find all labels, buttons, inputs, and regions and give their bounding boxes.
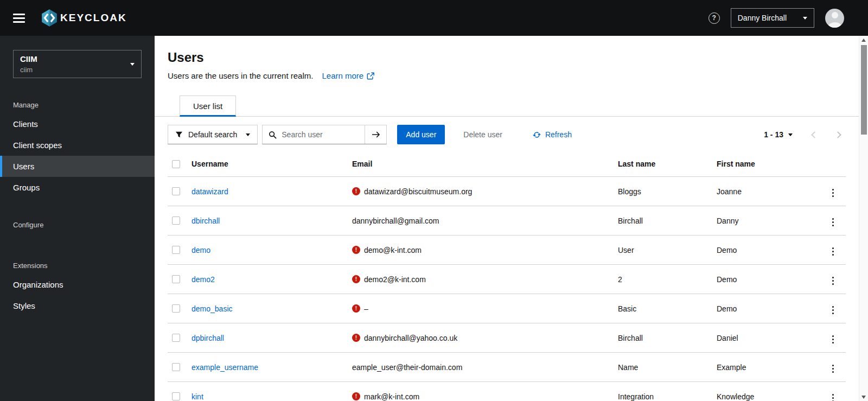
main-content: Users Users are the users in the current… — [155, 36, 859, 401]
sidebar: CIIM ciim Manage Clients Client scopes U… — [0, 36, 155, 401]
last-name-cell: Bloggs — [614, 177, 712, 206]
username-link[interactable]: dpbirchall — [192, 334, 224, 342]
app-root: KEYCLOAK ? Danny Birchall CIIM ciim Mana… — [0, 0, 868, 401]
scrollbar-thumb[interactable] — [861, 45, 867, 135]
kebab-menu-button[interactable] — [830, 392, 837, 401]
kebab-menu-button[interactable] — [830, 245, 837, 258]
nav-toggle-hamburger-icon[interactable] — [13, 14, 25, 23]
sidebar-item-styles[interactable]: Styles — [0, 295, 155, 316]
sidebar-item-users[interactable]: Users — [0, 156, 155, 177]
username-link[interactable]: example_username — [192, 363, 258, 372]
username-link[interactable]: kint — [192, 392, 203, 401]
email-text: dannybirchall@yahoo.co.uk — [364, 334, 457, 342]
first-name-cell: Daniel — [712, 323, 815, 353]
first-name-cell: Knowledge — [712, 382, 815, 401]
search-submit-button[interactable] — [365, 125, 386, 144]
users-table-wrap: Username Email Last name First name data… — [155, 151, 859, 401]
email-warning-icon: ! — [352, 334, 360, 342]
learn-more-link[interactable]: Learn more — [322, 71, 374, 80]
external-link-icon — [367, 72, 374, 80]
delete-user-button[interactable]: Delete user — [455, 125, 511, 144]
users-table: Username Email Last name First name data… — [168, 151, 846, 401]
refresh-button[interactable]: Refresh — [533, 130, 572, 139]
realm-switcher[interactable]: CIIM ciim — [13, 50, 142, 78]
kebab-menu-button[interactable] — [830, 275, 837, 288]
kebab-menu-button[interactable] — [830, 333, 837, 346]
nav-section-manage: Manage — [0, 97, 155, 113]
last-name-cell: Birchall — [614, 323, 712, 353]
email-cell: ! – — [352, 304, 609, 313]
pagination-range-label: 1 - 13 — [764, 130, 783, 139]
column-header-username: Username — [187, 151, 348, 177]
search-type-label: Default search — [188, 130, 237, 139]
email-cell: ! dannybirchall@yahoo.co.uk — [352, 334, 609, 342]
search-type-dropdown[interactable]: Default search — [168, 125, 258, 144]
first-name-cell: Demo — [712, 294, 815, 323]
user-menu-label: Danny Birchall — [738, 14, 787, 22]
page-description-row: Users are the users in the current realm… — [168, 71, 846, 80]
select-all-checkbox[interactable] — [172, 160, 180, 168]
sidebar-item-groups[interactable]: Groups — [0, 177, 155, 198]
username-link[interactable]: datawizard — [192, 187, 228, 196]
last-name-cell: Integration — [614, 382, 712, 401]
pagination-prev-button[interactable] — [811, 130, 818, 140]
email-text: mark@k-int.com — [364, 392, 419, 401]
nav-section-extensions: Extensions — [0, 257, 155, 274]
username-link[interactable]: demo — [192, 246, 210, 254]
scrollbar-up-arrow-icon[interactable] — [859, 36, 868, 44]
last-name-cell: User — [614, 235, 712, 265]
last-name-cell: Birchall — [614, 206, 712, 235]
email-cell: ! dannybirchall@gmail.com — [352, 217, 609, 225]
kebab-menu-button[interactable] — [830, 187, 837, 200]
pagination-next-button[interactable] — [834, 130, 841, 140]
chevron-left-icon — [811, 131, 818, 138]
email-text: dannybirchall@gmail.com — [352, 217, 439, 225]
email-warning-icon: ! — [352, 304, 360, 313]
user-table-row: demo ! demo@k-int.com User Demo — [168, 235, 846, 265]
refresh-icon — [533, 131, 541, 139]
keycloak-logo-icon — [39, 8, 60, 28]
sidebar-item-organizations[interactable]: Organizations — [0, 274, 155, 295]
row-checkbox[interactable] — [172, 217, 180, 225]
brand-wordmark: KEYCLOAK — [60, 12, 127, 24]
avatar[interactable] — [825, 9, 844, 28]
user-menu-dropdown[interactable]: Danny Birchall — [731, 8, 814, 28]
sidebar-item-clients[interactable]: Clients — [0, 113, 155, 135]
scrollbar-down-arrow-icon[interactable] — [859, 393, 868, 401]
realm-name: CIIM — [20, 54, 37, 63]
pagination-range-dropdown[interactable]: 1 - 13 — [764, 130, 793, 139]
row-checkbox[interactable] — [172, 334, 180, 342]
vertical-scrollbar[interactable] — [859, 36, 868, 401]
brand-logo[interactable]: KEYCLOAK — [39, 8, 127, 28]
email-cell: ! datawizard@biscuitmuseum.org — [352, 187, 609, 196]
kebab-menu-button[interactable] — [830, 216, 837, 229]
username-link[interactable]: demo_basic — [192, 304, 233, 313]
email-cell: ! demo2@k-int.com — [352, 275, 609, 284]
username-link[interactable]: demo2 — [192, 275, 215, 284]
first-name-cell: Example — [712, 353, 815, 382]
tab-user-list[interactable]: User list — [180, 96, 236, 117]
row-checkbox[interactable] — [172, 246, 180, 254]
first-name-cell: Demo — [712, 235, 815, 265]
email-text: demo2@k-int.com — [364, 275, 426, 284]
help-icon[interactable]: ? — [709, 12, 720, 24]
sidebar-item-client-scopes[interactable]: Client scopes — [0, 135, 155, 156]
user-table-row: demo_basic ! – Basic Demo — [168, 294, 846, 323]
search-input[interactable] — [277, 125, 365, 144]
kebab-menu-button[interactable] — [830, 304, 837, 317]
row-checkbox[interactable] — [172, 304, 180, 313]
last-name-cell: Basic — [614, 294, 712, 323]
kebab-menu-button[interactable] — [830, 362, 837, 375]
email-text: – — [364, 304, 368, 313]
realm-id: ciim — [20, 66, 37, 74]
row-checkbox[interactable] — [172, 363, 180, 371]
filter-icon — [175, 131, 183, 138]
row-checkbox[interactable] — [172, 275, 180, 283]
add-user-button[interactable]: Add user — [397, 125, 445, 144]
username-link[interactable]: dbirchall — [192, 217, 220, 225]
email-text: datawizard@biscuitmuseum.org — [364, 187, 472, 196]
column-header-last-name: Last name — [614, 151, 712, 177]
row-checkbox[interactable] — [172, 187, 180, 195]
chevron-down-icon — [788, 133, 793, 136]
row-checkbox[interactable] — [172, 392, 180, 400]
